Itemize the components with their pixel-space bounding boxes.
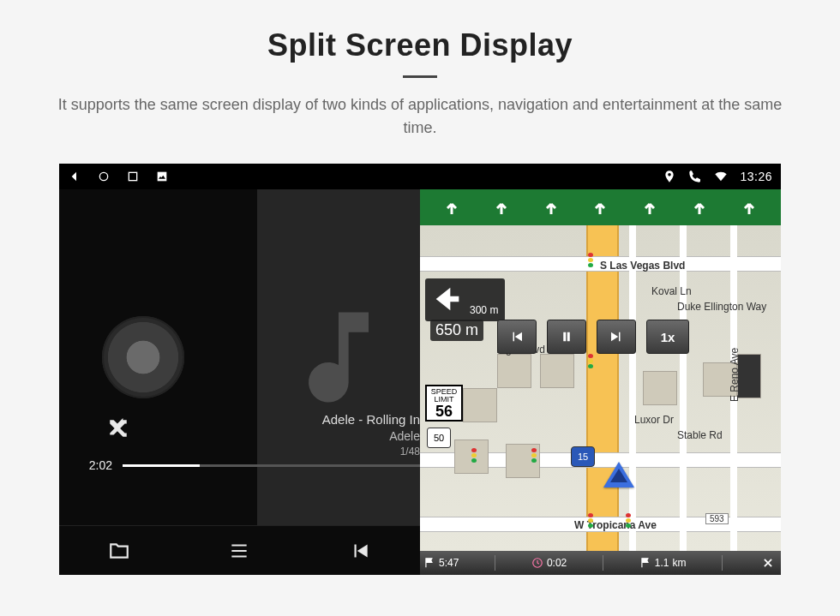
building xyxy=(643,371,677,405)
turn-sub-distance: 300 xyxy=(470,304,487,316)
road xyxy=(680,225,687,551)
svg-rect-1 xyxy=(129,172,136,180)
lane-arrow-icon xyxy=(635,193,664,222)
device-frame: 13:26 Adele - Rolling In Adele 1/48 xyxy=(59,164,781,575)
turn-sub-unit: m xyxy=(489,304,498,316)
map-marker-label: 593 xyxy=(705,513,729,524)
street-label: W Tropicana Ave xyxy=(574,519,657,531)
lane-arrow-icon xyxy=(735,193,764,222)
track-position: 1/48 xyxy=(322,445,420,458)
divider xyxy=(722,555,723,571)
status-left xyxy=(68,170,169,183)
flag-icon xyxy=(423,557,435,569)
eta-value: 5:47 xyxy=(439,557,459,569)
distance-unit: km xyxy=(672,557,686,569)
playlist-button[interactable] xyxy=(219,530,260,571)
street-label: S Las Vegas Blvd xyxy=(600,260,685,272)
picture-icon xyxy=(155,170,169,183)
building xyxy=(540,354,574,388)
distance-segment[interactable]: 1.1 km xyxy=(639,557,687,569)
title-underline xyxy=(403,75,437,78)
svg-rect-2 xyxy=(158,172,167,182)
interstate-shield: 15 xyxy=(571,446,595,467)
player-main: Adele - Rolling In Adele 1/48 2:02 xyxy=(59,189,420,525)
main-road xyxy=(586,225,619,551)
progress-bar[interactable] xyxy=(123,464,420,467)
shuffle-button[interactable] xyxy=(107,417,129,443)
street-label: Duke Ellington Way xyxy=(677,301,766,313)
lane-arrow-icon xyxy=(437,193,466,222)
track-artist: Adele xyxy=(322,428,420,445)
eta-segment[interactable]: 5:47 xyxy=(423,557,459,569)
progress-row: 2:02 xyxy=(78,458,420,472)
map-control-row: 1x xyxy=(497,320,689,354)
music-pane: Adele - Rolling In Adele 1/48 2:02 xyxy=(59,189,420,575)
traffic-light-icon xyxy=(588,354,593,369)
building xyxy=(463,388,497,422)
street-label: Koval Ln xyxy=(651,285,692,297)
traffic-light-icon xyxy=(626,513,631,529)
phone-icon xyxy=(688,170,702,183)
building xyxy=(497,354,531,388)
speed-limit-value: 56 xyxy=(427,404,461,419)
elapsed-time: 2:02 xyxy=(78,458,112,472)
player-bottom-bar xyxy=(59,525,420,575)
turn-main-distance: 650 m xyxy=(430,320,483,341)
music-note-icon xyxy=(279,297,399,417)
status-bar: 13:26 xyxy=(59,164,781,189)
status-right: 13:26 xyxy=(663,170,772,183)
page-title: Split Screen Display xyxy=(267,27,573,63)
track-title: Adele - Rolling In xyxy=(322,411,420,428)
location-icon xyxy=(663,170,676,183)
traffic-light-icon xyxy=(588,513,593,529)
wifi-icon xyxy=(714,170,728,183)
previous-track-button[interactable] xyxy=(339,530,381,571)
clock-icon xyxy=(531,557,543,569)
navigation-cursor-icon xyxy=(603,462,634,487)
turn-left-icon xyxy=(430,282,465,316)
street-label: Stable Rd xyxy=(677,429,723,441)
traffic-light-icon xyxy=(471,448,477,463)
svg-point-0 xyxy=(99,172,107,180)
distance-value: 1.1 xyxy=(655,557,669,569)
building xyxy=(737,354,761,398)
map-speed-button[interactable]: 1x xyxy=(646,320,689,354)
street-label: Luxor Dr xyxy=(634,414,674,426)
lane-arrow-icon xyxy=(537,193,566,222)
home-icon[interactable] xyxy=(97,170,111,183)
recent-apps-icon[interactable] xyxy=(126,170,140,183)
map-next-button[interactable] xyxy=(597,320,636,354)
lane-guidance-bar xyxy=(420,189,781,225)
map-pause-button[interactable] xyxy=(547,320,586,354)
folder-button[interactable] xyxy=(99,530,140,571)
divider xyxy=(495,555,495,571)
navigation-pane: S Las Vegas Blvd Koval Ln Duke Ellington… xyxy=(420,189,781,575)
lane-arrow-icon xyxy=(685,193,714,222)
status-time: 13:26 xyxy=(740,170,772,183)
close-icon xyxy=(762,557,774,569)
divider xyxy=(603,555,603,571)
route-shield: 50 xyxy=(427,428,451,448)
traffic-light-icon xyxy=(531,448,537,463)
time-remaining-segment[interactable]: 0:02 xyxy=(531,557,567,569)
nav-close-button[interactable] xyxy=(759,553,777,572)
page-subtitle: It supports the same screen display of t… xyxy=(43,93,797,140)
map-canvas[interactable]: S Las Vegas Blvd Koval Ln Duke Ellington… xyxy=(420,225,781,551)
turn-panel: 300 m xyxy=(425,278,505,321)
back-icon[interactable] xyxy=(68,170,81,183)
album-art-placeholder xyxy=(257,189,420,525)
lane-arrow-icon xyxy=(585,193,615,222)
record-disc[interactable] xyxy=(102,316,184,398)
street-label: E Reno Ave xyxy=(729,348,741,402)
speed-limit-label: SPEED LIMIT xyxy=(427,388,461,404)
traffic-light-icon xyxy=(588,253,593,268)
nav-bottom-bar: 5:47 0:02 1.1 km xyxy=(420,551,781,575)
flag-icon xyxy=(639,557,651,569)
track-metadata: Adele - Rolling In Adele 1/48 xyxy=(322,411,420,458)
speed-limit-sign: SPEED LIMIT 56 xyxy=(425,385,463,422)
map-prev-button[interactable] xyxy=(497,320,537,354)
road xyxy=(629,225,636,551)
time-remaining-value: 0:02 xyxy=(547,557,567,569)
lane-arrow-icon xyxy=(487,193,516,222)
